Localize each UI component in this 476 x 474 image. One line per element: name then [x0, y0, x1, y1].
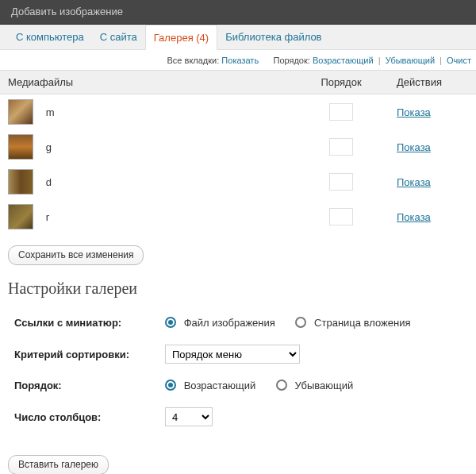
link-page-text: Страница вложения: [314, 317, 410, 329]
order-desc-option[interactable]: Убывающий: [276, 380, 353, 391]
file-name: g: [46, 141, 52, 153]
link-page-option[interactable]: Страница вложения: [295, 317, 410, 329]
cols-label: Число столбцов:: [8, 399, 159, 434]
link-label: Ссылки с миниатюр:: [8, 309, 159, 337]
show-link[interactable]: Показа: [397, 176, 431, 188]
save-row: Сохранить все изменения: [0, 234, 476, 272]
toolbar-clear-link[interactable]: Очист: [447, 56, 471, 65]
tab-media-library[interactable]: Библиотека файлов: [217, 25, 329, 49]
tab-gallery[interactable]: Галерея (4): [145, 25, 217, 50]
show-link[interactable]: Показа: [397, 211, 431, 223]
link-page-radio[interactable]: [295, 317, 306, 328]
toolbar-desc-link[interactable]: Убывающий: [386, 56, 435, 65]
file-name: d: [46, 176, 52, 188]
col-order: Порядок: [294, 71, 389, 94]
table-row: d Показа: [0, 164, 476, 199]
order-label: Порядок:: [8, 372, 159, 399]
thumbnail-icon: [8, 134, 33, 160]
toolbar-asc-link[interactable]: Возрастающий: [313, 56, 374, 65]
link-file-radio[interactable]: [165, 317, 176, 328]
media-table: Медиафайлы Порядок Действия m Показа g П…: [0, 70, 476, 234]
link-file-text: Файл изображения: [184, 317, 275, 329]
order-input[interactable]: [329, 208, 353, 225]
table-row: g Показа: [0, 129, 476, 164]
toolbar: Все вкладки: Показать Порядок: Возрастаю…: [0, 50, 476, 70]
thumbnail-icon: [8, 204, 33, 229]
order-asc-option[interactable]: Возрастающий: [165, 380, 259, 391]
modal-title: Добавить изображение: [11, 6, 123, 17]
col-actions: Действия: [389, 71, 476, 94]
sort-select[interactable]: Порядок меню: [165, 345, 300, 364]
order-desc-text: Убывающий: [295, 380, 354, 391]
modal-header: Добавить изображение: [0, 0, 476, 25]
order-desc-radio[interactable]: [276, 380, 287, 391]
insert-row: Вставить галерею: [0, 449, 476, 474]
col-media: Медиафайлы: [0, 71, 294, 94]
sort-label: Критерий сортировки:: [8, 337, 159, 372]
thumbnail-icon: [8, 99, 33, 125]
thumbnail-icon: [8, 169, 33, 195]
toolbar-all-tabs-label: Все вкладки:: [167, 56, 220, 65]
toolbar-show-link[interactable]: Показать: [221, 56, 259, 65]
cols-select[interactable]: 4: [165, 407, 213, 426]
tab-from-url[interactable]: С сайта: [92, 25, 145, 49]
order-asc-text: Возрастающий: [184, 380, 256, 391]
save-all-button[interactable]: Сохранить все изменения: [8, 245, 144, 265]
show-link[interactable]: Показа: [397, 106, 431, 118]
order-input[interactable]: [329, 173, 353, 191]
tabs-bar: С компьютера С сайта Галерея (4) Библиот…: [0, 25, 476, 50]
file-name: r: [46, 211, 49, 223]
file-name: m: [46, 106, 55, 118]
settings-heading: Настройки галереи: [8, 279, 468, 298]
order-asc-radio[interactable]: [165, 380, 176, 391]
show-link[interactable]: Показа: [397, 141, 431, 153]
order-input[interactable]: [329, 138, 353, 156]
order-input[interactable]: [329, 103, 353, 121]
settings-table: Ссылки с миниатюр: Файл изображения Стра…: [8, 309, 434, 434]
table-row: m Показа: [0, 94, 476, 130]
separator: |: [437, 56, 444, 65]
link-file-option[interactable]: Файл изображения: [165, 317, 278, 329]
toolbar-order-label: Порядок:: [273, 56, 309, 65]
tab-from-computer[interactable]: С компьютера: [8, 25, 92, 49]
insert-gallery-button[interactable]: Вставить галерею: [8, 455, 109, 474]
table-row: r Показа: [0, 199, 476, 234]
separator: |: [376, 56, 383, 65]
